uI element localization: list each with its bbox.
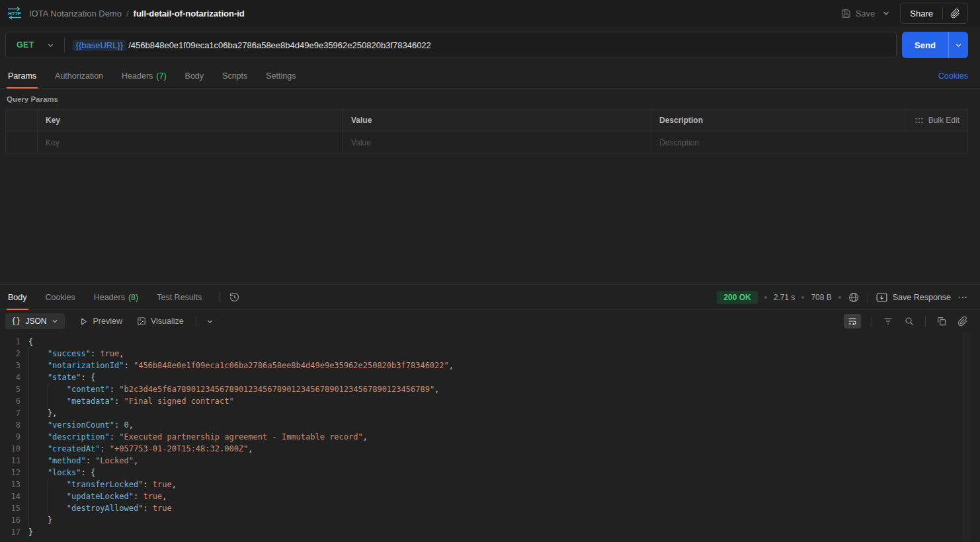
response-time[interactable]: 2.71 s <box>774 293 796 302</box>
image-icon <box>137 317 146 326</box>
url-bar: GET {{baseURL}} /456b848e0e1f09eca1c06ba… <box>5 32 897 58</box>
headers-count-badge: (7) <box>156 71 166 81</box>
save-options-chevron-icon[interactable] <box>881 9 891 18</box>
filter-icon[interactable] <box>883 316 893 327</box>
url-input[interactable]: {{baseURL}} /456b848e0e1f09eca1c06ba2786… <box>65 40 896 51</box>
save-button-label: Save <box>856 9 876 19</box>
response-format-dropdown[interactable]: {} JSON <box>5 313 65 329</box>
breadcrumb-request-name: full-detail-of-notarization-id <box>134 9 245 19</box>
code-line: 17} <box>0 526 980 538</box>
response-tab-body[interactable]: Body <box>7 285 28 309</box>
svg-text:HTTP: HTTP <box>8 11 20 17</box>
code-line: 10"createdAt": "+057753-01-20T15:48:32.0… <box>0 443 980 455</box>
code-line: 8"versionCount": 0, <box>0 419 980 431</box>
preview-label: Preview <box>93 317 122 326</box>
tab-headers[interactable]: Headers (7) <box>120 63 168 88</box>
code-line: 5"content": "b2c3d4e5f6a7890123456789012… <box>0 383 980 395</box>
wrap-lines-icon[interactable] <box>844 314 861 329</box>
bulk-edit-label: Bulk Edit <box>928 116 960 125</box>
response-tab-test-results[interactable]: Test Results <box>155 285 203 309</box>
tab-label: Settings <box>266 71 296 81</box>
breadcrumb-collection[interactable]: IOTA Notarization Demo <box>29 9 122 19</box>
tab-label: Authorization <box>55 71 103 81</box>
request-url-row: GET {{baseURL}} /456b848e0e1f09eca1c06ba… <box>0 26 980 63</box>
response-more-options-icon[interactable] <box>958 292 968 303</box>
tab-body[interactable]: Body <box>184 63 206 88</box>
code-line: 12"locks": { <box>0 467 980 479</box>
param-description-input[interactable] <box>659 138 960 147</box>
divider <box>196 316 196 327</box>
tab-label: Headers <box>94 293 125 302</box>
divider <box>925 316 926 327</box>
save-response-button[interactable]: Save Response <box>876 293 951 302</box>
dot-separator <box>801 296 804 299</box>
vertical-scrollbar[interactable] <box>963 332 971 542</box>
tab-params[interactable]: Params <box>7 63 38 88</box>
chevron-down-icon <box>51 317 59 325</box>
viewer-toolbar-icons <box>844 314 968 329</box>
method-selector[interactable]: GET <box>6 32 64 58</box>
column-header-description: Description <box>651 110 905 132</box>
share-button[interactable]: Share <box>901 3 942 23</box>
code-line: 7}, <box>0 407 980 419</box>
response-history-icon[interactable] <box>229 291 240 303</box>
code-line: 4"state": { <box>0 371 980 383</box>
visualize-button[interactable]: Visualize <box>137 317 184 326</box>
tab-scripts[interactable]: Scripts <box>221 63 249 88</box>
cookies-link[interactable]: Cookies <box>938 71 968 81</box>
tab-settings[interactable]: Settings <box>265 63 297 88</box>
bulk-edit-button[interactable]: Bulk Edit <box>905 110 967 132</box>
code-line: 16} <box>0 514 980 526</box>
send-options-chevron[interactable] <box>948 32 968 58</box>
param-description-cell <box>651 132 967 153</box>
visualize-label: Visualize <box>151 317 184 326</box>
param-value-input[interactable] <box>351 138 643 147</box>
get-link-icon[interactable] <box>958 316 968 327</box>
copy-icon[interactable] <box>936 316 947 327</box>
row-handle-cell <box>6 132 38 153</box>
tab-label: Headers <box>122 71 153 81</box>
top-bar: HTTP IOTA Notarization Demo / full-detai… <box>0 0 980 26</box>
response-tab-headers[interactable]: Headers (8) <box>93 285 140 309</box>
save-button[interactable]: Save <box>841 9 876 19</box>
response-size[interactable]: 708 B <box>811 293 831 302</box>
search-icon[interactable] <box>904 316 915 327</box>
network-globe-icon[interactable] <box>848 291 860 303</box>
viewer-options-chevron-icon[interactable] <box>206 317 214 326</box>
method-chevron-icon <box>46 41 55 50</box>
save-response-icon <box>876 293 887 302</box>
param-key-input[interactable] <box>46 138 335 147</box>
code-line: 9"description": "Executed partnership ag… <box>0 431 980 443</box>
response-toolbar: {} JSON Preview Visualize <box>0 310 980 332</box>
response-headers-count-badge: (8) <box>128 293 138 302</box>
method-label: GET <box>17 40 34 50</box>
breadcrumb: IOTA Notarization Demo / full-detail-of-… <box>29 9 245 19</box>
code-line: 13"transferLocked": true, <box>0 479 980 490</box>
tab-label: Scripts <box>222 71 247 81</box>
code-line: 15"destroyAllowed": true <box>0 502 980 514</box>
preview-button[interactable]: Preview <box>79 317 122 326</box>
query-params-title: Query Params <box>7 95 980 103</box>
code-line: 2"success": true, <box>0 348 980 360</box>
format-label: JSON <box>25 317 46 326</box>
send-button[interactable]: Send <box>902 32 948 58</box>
params-pane: Query Params Key Value Description Bulk … <box>0 89 980 284</box>
bulk-edit-icon <box>915 118 923 124</box>
request-tabs: Params Authorization Headers (7) Body Sc… <box>0 63 980 89</box>
share-button-group: Share <box>900 3 968 24</box>
copy-link-icon[interactable] <box>943 3 967 23</box>
response-body-json[interactable]: 1{2"success": true,3"notarizationId": "4… <box>0 332 980 542</box>
response-tab-cookies[interactable]: Cookies <box>44 285 77 309</box>
param-key-cell <box>38 132 343 153</box>
code-line: 14"updateLocked": true, <box>0 490 980 502</box>
tab-label: Body <box>8 293 27 302</box>
code-line: 1{ <box>0 336 980 348</box>
base-url-variable-chip[interactable]: {{baseURL}} <box>73 40 127 51</box>
app-window: HTTP IOTA Notarization Demo / full-detai… <box>0 0 980 542</box>
query-params-table: Key Value Description Bulk Edit <box>5 109 968 154</box>
status-badge[interactable]: 200 OK <box>717 291 757 304</box>
column-header-key: Key <box>38 110 343 132</box>
tab-label: Cookies <box>46 293 75 302</box>
tab-authorization[interactable]: Authorization <box>54 63 104 88</box>
floppy-icon <box>841 9 851 19</box>
